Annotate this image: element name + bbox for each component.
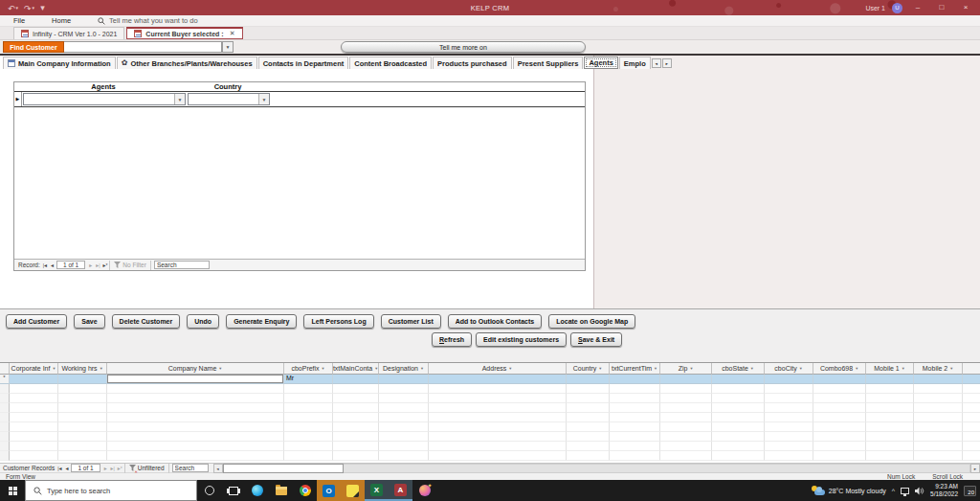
first-record-icon[interactable]: |◄ [57,466,61,471]
add-to-outlook-contacts-button[interactable]: Add to Outlook Contacts [448,314,542,329]
tab-scroll-right-icon[interactable]: ► [662,58,672,68]
cell-cbostate[interactable] [712,375,765,384]
cell-corporate-inf[interactable] [10,432,58,442]
cell-country[interactable] [567,413,610,422]
save-exit-button[interactable]: Save & Exit [570,332,622,347]
undo-button[interactable]: Undo [187,314,219,329]
cell-txtmainconta[interactable] [333,403,379,413]
cell-mobile-2[interactable] [914,432,963,442]
cell-txtcurrenttim[interactable] [610,422,660,432]
cell-working-hrs[interactable] [58,413,107,422]
find-customer-dropdown-icon[interactable]: ▼ [222,41,234,53]
undo-icon[interactable]: ↶▾ [8,0,18,16]
cell-mob[interactable] [963,442,980,451]
cell-address[interactable] [429,451,567,461]
form-tab-main-company-information[interactable]: Main Company Information [3,57,116,69]
cell-cbostate[interactable] [712,384,765,394]
cell-cbocity[interactable] [765,451,813,461]
cell-designation[interactable] [379,413,429,422]
cell-corporate-inf[interactable] [10,403,58,413]
cell-txtcurrenttim[interactable] [610,394,660,403]
cell-cbocity[interactable] [765,384,813,394]
cell-mobile-1[interactable] [866,413,914,422]
cell-combo698[interactable] [813,413,866,422]
cell-working-hrs[interactable] [58,422,107,432]
cell-combo698[interactable] [813,432,866,442]
sort-dropdown-icon[interactable]: ▼ [508,366,512,371]
cell-txtmainconta[interactable] [333,451,379,461]
cell-cboprefix[interactable] [284,384,333,394]
cell-mobile-2[interactable] [914,394,963,403]
row-selector[interactable] [0,442,10,451]
generate-enquiry-button[interactable]: Generate Enquiry [226,314,297,329]
delete-customer-button[interactable]: Delete Customer [112,314,181,329]
cell-designation[interactable] [379,422,429,432]
column-header-designation[interactable]: Designation▼ [379,363,429,375]
row-selector[interactable] [0,451,10,461]
cell-cboprefix[interactable] [284,413,333,422]
cell-designation[interactable] [379,432,429,442]
cell-combo698[interactable] [813,394,866,403]
cell-mobile-1[interactable] [866,442,914,451]
taskbar-search[interactable]: Type here to search [25,480,197,501]
cell-cbocity[interactable] [765,394,813,403]
cell-cbostate[interactable] [712,451,765,461]
sort-dropdown-icon[interactable]: ▼ [689,366,693,371]
record-search-input[interactable] [154,261,210,269]
cell-mob[interactable] [963,451,980,461]
access-icon[interactable]: A [389,480,412,501]
row-selector[interactable] [0,432,10,442]
cell-address[interactable] [429,432,567,442]
cell-txtmainconta[interactable] [333,394,379,403]
cell-company-name[interactable] [107,432,284,442]
new-record-icon[interactable]: ►* [117,466,122,471]
cell-cboprefix[interactable] [284,394,333,403]
cell-designation[interactable] [379,375,429,384]
row-selector[interactable]: * [0,375,10,384]
cell-combo698[interactable] [813,375,866,384]
filter-status[interactable]: Unfiltered [124,464,169,473]
cell-cbostate[interactable] [712,422,765,432]
cell-txtcurrenttim[interactable] [610,432,660,442]
cell-company-name[interactable] [107,451,284,461]
locate-on-google-map-button[interactable]: Locate on Google Map [548,314,635,329]
sort-dropdown-icon[interactable]: ▼ [100,366,103,371]
cell-mob[interactable] [963,422,980,432]
cell-designation[interactable] [379,384,429,394]
cell-designation[interactable] [379,394,429,403]
find-customer-input[interactable] [64,41,222,53]
cell-country[interactable] [567,451,610,461]
column-header-txtcurrenttim[interactable]: txtCurrentTim▼ [610,363,660,375]
column-header-company-name[interactable]: Company Name▼ [107,363,284,375]
cell-mobile-1[interactable] [866,451,914,461]
cell-mob[interactable] [963,403,980,413]
cell-txtcurrenttim[interactable] [610,451,660,461]
paint3d-icon[interactable] [412,480,436,501]
cell-company-name[interactable] [107,422,284,432]
taskbar-clock[interactable]: 9:23 AM 5/18/2022 [930,483,958,499]
cell-zip[interactable] [660,432,712,442]
cell-address[interactable] [429,422,567,432]
record-selector-icon[interactable]: ▶ [14,92,22,106]
column-header-cbostate[interactable]: cboState▼ [712,363,765,375]
cell-mobile-1[interactable] [866,403,914,413]
ribbon-tab-home[interactable]: Home [38,16,84,25]
sticky-notes-icon[interactable] [341,480,365,501]
cell-cboprefix[interactable] [284,403,333,413]
cell-corporate-inf[interactable] [10,375,58,384]
last-record-icon[interactable]: ►| [95,262,99,268]
ribbon-tab-file[interactable]: File [0,16,38,25]
cell-country[interactable] [567,384,610,394]
cell-country[interactable] [567,422,610,432]
form-tab-content-broadcasted[interactable]: Content Broadcasted [349,57,432,69]
cell-mob[interactable] [963,384,980,394]
column-header-mobile-2[interactable]: Mobile 2▼ [914,363,963,375]
cell-cbocity[interactable] [765,403,813,413]
find-customer-button[interactable]: Find Customer [3,41,64,53]
cell-cbocity[interactable] [765,442,813,451]
tab-scroll-left-icon[interactable]: ◄ [652,58,661,68]
cell-zip[interactable] [660,413,712,422]
cell-combo698[interactable] [813,451,866,461]
scroll-right-icon[interactable]: ► [970,464,980,473]
form-tab-emplo[interactable]: Emplo [619,57,651,69]
